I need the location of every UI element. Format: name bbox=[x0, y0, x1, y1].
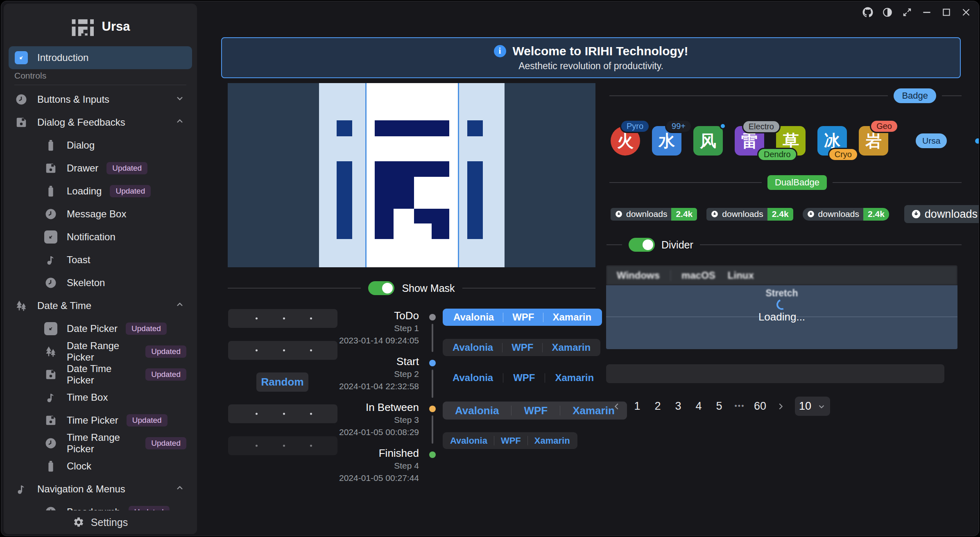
page-ellipsis[interactable]: ••• bbox=[731, 402, 748, 411]
sidebar-item-label: Time Range Picker bbox=[67, 432, 137, 455]
random-button[interactable]: Random bbox=[256, 372, 308, 392]
sidebar-item-date-time[interactable]: Date & Time bbox=[9, 294, 192, 317]
sidebar-item-loading[interactable]: LoadingUpdated bbox=[9, 180, 192, 203]
sidebar-item-date-range-picker[interactable]: Date Range PickerUpdated bbox=[9, 340, 192, 363]
sidebar-item-buttons-inputs[interactable]: Buttons & Inputs bbox=[9, 88, 192, 111]
group-button-wpf[interactable]: WPF bbox=[513, 372, 535, 384]
sidebar-nav: IntroductionControlsButtons & InputsDial… bbox=[4, 46, 197, 534]
page-button-60[interactable]: 60 bbox=[751, 397, 769, 416]
sidebar-item-label: Buttons & Inputs bbox=[37, 94, 109, 105]
group-button-avalonia[interactable]: Avalonia bbox=[453, 342, 493, 353]
updated-badge: Updated bbox=[145, 345, 186, 358]
tab-windows[interactable]: Windows bbox=[606, 270, 670, 281]
badge-cryo: Cryo bbox=[828, 148, 858, 161]
sidebar-item-time-box[interactable]: Time Box bbox=[9, 386, 192, 409]
sidebar-item-label: Date & Time bbox=[37, 300, 91, 311]
maximize-icon[interactable] bbox=[939, 5, 953, 19]
timeline-step-label: Step 1 bbox=[394, 323, 419, 333]
show-mask-toggle[interactable] bbox=[368, 281, 394, 295]
sidebar-item-dialog-feedbacks[interactable]: Dialog & Feedbacks bbox=[9, 111, 192, 134]
sidebar-item-clock[interactable]: Clock bbox=[9, 455, 192, 478]
divider-toggle[interactable] bbox=[629, 238, 655, 252]
close-icon[interactable] bbox=[959, 5, 973, 19]
group-button-avalonia[interactable]: Avalonia bbox=[450, 435, 487, 446]
sidebar-item-date-time-picker[interactable]: Date Time PickerUpdated bbox=[9, 363, 192, 386]
sidebar-item-dialog[interactable]: Dialog bbox=[9, 134, 192, 157]
sidebar-item-time-range-picker[interactable]: Time Range PickerUpdated bbox=[9, 432, 192, 455]
app-title: Ursa bbox=[102, 19, 130, 34]
group-button-avalonia[interactable]: Avalonia bbox=[455, 404, 499, 417]
sidebar-item-introduction[interactable]: Introduction bbox=[9, 46, 192, 69]
group-button-wpf[interactable]: WPF bbox=[512, 311, 534, 323]
badge-tile-火: 火Pyro bbox=[611, 126, 640, 156]
chevron-up-icon[interactable] bbox=[175, 116, 185, 129]
group-button-xamarin[interactable]: Xamarin bbox=[552, 311, 591, 323]
group-button-wpf[interactable]: WPF bbox=[501, 435, 521, 446]
group-button-xamarin[interactable]: Xamarin bbox=[555, 372, 594, 384]
group-button-xamarin[interactable]: Xamarin bbox=[534, 435, 570, 446]
divider-line bbox=[228, 288, 361, 289]
group-button-xamarin[interactable]: Xamarin bbox=[552, 342, 591, 353]
text-input[interactable] bbox=[606, 364, 944, 383]
tile-glyph: 风 bbox=[693, 126, 723, 156]
group-button-wpf[interactable]: WPF bbox=[524, 404, 548, 417]
settings-button[interactable]: Settings bbox=[4, 510, 197, 534]
page-button-5[interactable]: 5 bbox=[711, 397, 728, 416]
page-size-dropdown[interactable]: 10 bbox=[795, 397, 830, 416]
dot-badge bbox=[720, 123, 726, 129]
page-next-button[interactable] bbox=[772, 397, 789, 416]
chevron-up-icon[interactable] bbox=[175, 483, 185, 495]
sidebar-item-date-picker[interactable]: Date PickerUpdated bbox=[9, 317, 192, 340]
fullscreen-icon[interactable] bbox=[900, 5, 914, 19]
sidebar-item-drawer[interactable]: DrawerUpdated bbox=[9, 157, 192, 180]
group-button-avalonia[interactable]: Avalonia bbox=[453, 311, 494, 323]
sidebar-item-notification[interactable]: Notification bbox=[9, 226, 192, 248]
page-button-3[interactable]: 3 bbox=[670, 397, 687, 416]
timeline-step-time: 2024-01-04 22:32:58 bbox=[339, 381, 419, 391]
app-logo: Ursa bbox=[4, 15, 197, 38]
loading-text: Loading... bbox=[758, 311, 805, 323]
badge-tile-冰: 冰Cryo bbox=[817, 126, 847, 156]
download-badge: downloads2.4k bbox=[803, 208, 889, 221]
trees-icon bbox=[14, 299, 28, 313]
sidebar-item-message-box[interactable]: Message Box bbox=[9, 203, 192, 226]
theme-toggle-icon[interactable] bbox=[880, 5, 894, 19]
group-button-avalonia[interactable]: Avalonia bbox=[453, 372, 493, 384]
group-button-wpf[interactable]: WPF bbox=[512, 342, 533, 353]
chevron-up-icon[interactable] bbox=[175, 300, 185, 312]
download-icon bbox=[615, 210, 623, 218]
page-button-1[interactable]: 1 bbox=[629, 397, 646, 416]
sidebar-item-toast[interactable]: Toast bbox=[9, 248, 192, 271]
banner-subtitle: Aesthetic revolution of productivity. bbox=[518, 61, 663, 72]
battery-icon bbox=[44, 138, 58, 152]
badge-ursa: Ursa bbox=[916, 133, 947, 148]
sidebar-item-time-picker[interactable]: Time PickerUpdated bbox=[9, 409, 192, 432]
page-button-4[interactable]: 4 bbox=[690, 397, 707, 416]
tab-linux[interactable]: Linux bbox=[726, 270, 756, 281]
page-prev-button[interactable] bbox=[608, 397, 625, 416]
download-badge-count: 2.4k bbox=[671, 208, 697, 221]
loading-tabs: Windows macOS Linux bbox=[606, 265, 957, 285]
github-icon[interactable] bbox=[861, 5, 875, 19]
tab-macos[interactable]: macOS bbox=[671, 270, 726, 281]
divider-demo: Divider bbox=[607, 237, 962, 252]
badge-tile-草: 草Dendro bbox=[776, 126, 806, 156]
sidebar-item-label: Time Picker bbox=[67, 415, 118, 426]
page-button-2[interactable]: 2 bbox=[649, 397, 666, 416]
minimize-icon[interactable] bbox=[920, 5, 934, 19]
sidebar-item-navigation-menus[interactable]: Navigation & Menus bbox=[9, 478, 192, 501]
floppy-icon bbox=[44, 368, 58, 381]
battery-icon bbox=[44, 184, 58, 198]
sidebar-item-label: Dialog bbox=[67, 140, 95, 151]
download-badge-label: downloads bbox=[626, 209, 667, 219]
button-group-solid: AvaloniaWPFXamarin bbox=[443, 309, 602, 326]
badge-divider-pill: Badge bbox=[894, 88, 936, 103]
chevron-down-icon[interactable] bbox=[175, 93, 185, 106]
download-icon bbox=[911, 209, 921, 219]
clock-icon bbox=[14, 93, 28, 106]
button-group-small: AvaloniaWPFXamarin bbox=[443, 432, 577, 449]
sidebar-item-skeleton[interactable]: Skeleton bbox=[9, 271, 192, 294]
settings-label: Settings bbox=[91, 517, 128, 528]
clock-icon bbox=[44, 207, 58, 221]
note-icon bbox=[44, 390, 58, 404]
